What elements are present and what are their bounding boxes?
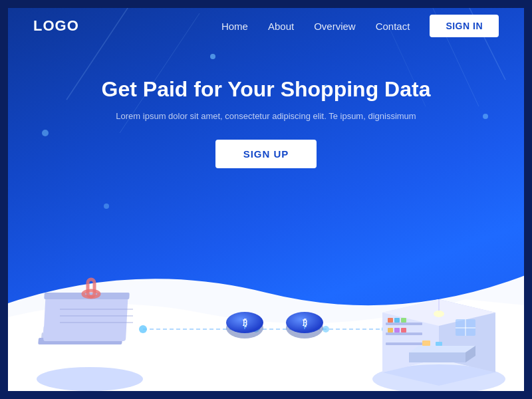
svg-point-58 xyxy=(434,311,444,317)
svg-rect-44 xyxy=(386,332,422,335)
nav-contact[interactable]: Contact xyxy=(376,21,410,32)
svg-rect-46 xyxy=(388,318,393,323)
svg-rect-45 xyxy=(386,342,422,345)
svg-marker-53 xyxy=(409,346,475,352)
signin-button[interactable]: SIGN IN xyxy=(430,15,499,37)
hero-title: Get Paid for Your Shopping Data xyxy=(0,77,532,102)
svg-rect-51 xyxy=(401,328,406,332)
svg-rect-50 xyxy=(394,328,400,332)
navbar: LOGO Home About Overview Contact SIGN IN xyxy=(0,0,532,52)
page-wrapper: LOGO Home About Overview Contact SIGN IN… xyxy=(0,0,532,399)
nav-about[interactable]: About xyxy=(268,21,294,32)
svg-point-25 xyxy=(323,326,329,332)
signup-button[interactable]: SIGN UP xyxy=(215,140,317,168)
nav-home[interactable]: Home xyxy=(221,21,248,32)
logo: LOGO xyxy=(33,17,79,35)
svg-rect-56 xyxy=(436,342,442,346)
illustration: ₿ ₿ xyxy=(0,160,532,399)
svg-rect-48 xyxy=(401,318,406,323)
svg-rect-47 xyxy=(394,318,400,323)
nav-overview[interactable]: Overview xyxy=(314,21,356,32)
svg-marker-52 xyxy=(409,352,466,362)
svg-point-23 xyxy=(139,325,147,333)
svg-rect-43 xyxy=(386,323,422,325)
svg-rect-15 xyxy=(43,296,128,341)
svg-rect-49 xyxy=(388,328,393,332)
svg-rect-55 xyxy=(422,340,430,346)
svg-rect-42 xyxy=(456,327,475,329)
hero-subtitle: Lorem ipsum dolor sit amet, consectetur … xyxy=(0,111,532,121)
hero-section: Get Paid for Your Shopping Data Lorem ip… xyxy=(0,52,532,168)
svg-point-10 xyxy=(37,367,143,391)
nav-links: Home About Overview Contact SIGN IN xyxy=(221,15,499,37)
